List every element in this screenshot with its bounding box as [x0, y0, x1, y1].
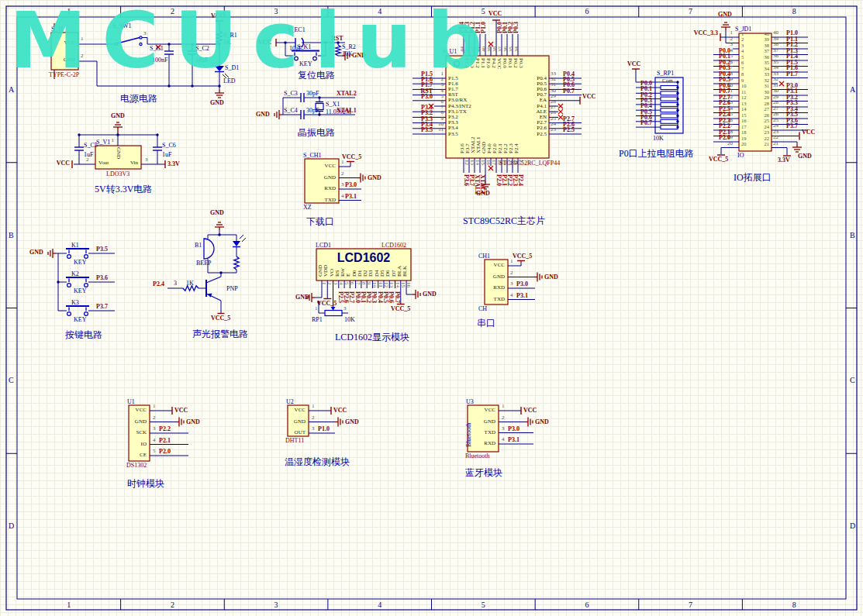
part-name: Bluetooth	[465, 453, 490, 459]
pin-number: 1	[112, 138, 115, 143]
net-label: P1.0	[481, 22, 487, 33]
designator: RP1	[312, 317, 323, 323]
vcc-port: VCC	[333, 408, 347, 414]
gnd-label: GND	[29, 249, 43, 256]
pin-number: 8	[361, 282, 366, 285]
net-label: P3.7	[96, 304, 108, 310]
pin-name: Vin	[130, 160, 138, 166]
caption-io: IO拓展口	[734, 171, 772, 184]
designator: S_EC1	[288, 27, 306, 33]
designator: CH1	[478, 253, 490, 260]
caption-clock: 时钟模块	[127, 477, 164, 490]
pin-number: 24	[773, 123, 778, 129]
value: KEY	[74, 288, 86, 294]
pin-name: VCC	[494, 263, 505, 268]
zone-label: 4	[378, 8, 381, 15]
zone-label: 7	[689, 8, 692, 15]
pin-name: OUT	[295, 430, 306, 435]
value: KEY	[74, 260, 86, 266]
gnd-label: GND	[798, 153, 812, 160]
pin-name: VCC	[325, 163, 336, 169]
pin-number: 36	[773, 53, 778, 59]
pin-number: 22	[773, 135, 778, 140]
pin-name: P0.3	[518, 58, 523, 68]
bluetooth-side-label: Bluetooth	[466, 422, 472, 447]
gnd-label: GND	[423, 291, 437, 298]
pin-number: 18	[496, 160, 502, 165]
pin-number: 17	[491, 160, 496, 165]
pin-number: 1	[321, 282, 326, 285]
pin-name: SCK	[136, 430, 147, 435]
designator: S_K1	[297, 44, 311, 50]
pin-number: 3	[502, 426, 505, 432]
net-label: P3.1	[516, 293, 528, 299]
designator: S_CH1	[303, 153, 322, 159]
designator: S_D1	[225, 65, 239, 71]
value: 10K	[342, 51, 353, 57]
designator: K2	[71, 271, 79, 277]
designator: S_C3	[284, 91, 298, 97]
net-label: XTAL2	[337, 91, 357, 97]
power-label: VCC_3.3	[694, 30, 718, 36]
pin-number: 3	[143, 31, 147, 36]
pin-number: 4	[338, 282, 343, 285]
pin-number: 3	[153, 426, 156, 432]
pin-number: 2	[86, 157, 89, 163]
zone-label: D	[850, 522, 855, 530]
pin-number: 3	[510, 281, 513, 287]
pin-number: 26	[773, 112, 778, 117]
pin-number: 3	[341, 182, 344, 188]
caption-dht: 温湿度检测模块	[285, 456, 350, 469]
part-name: DHT11	[285, 438, 304, 444]
pin-number: 21	[765, 142, 770, 147]
connector-name: IO	[737, 153, 744, 159]
power-label: 3.3V	[167, 161, 180, 167]
zone-label: 4	[378, 601, 381, 609]
zone-label: 8	[792, 8, 796, 15]
value: 30pF	[306, 108, 319, 114]
vcc-port: VCC	[258, 40, 271, 46]
caption-reset: 复位电路	[298, 69, 335, 82]
pin-number: 34	[773, 65, 778, 71]
zone-label: 5	[482, 8, 485, 15]
designator: S_U1	[443, 49, 457, 55]
net-label: P1.0	[318, 426, 330, 432]
pin-number: 12	[383, 282, 388, 287]
designator: U1	[127, 399, 135, 405]
designator: U3	[466, 399, 474, 405]
pin-number: 14	[741, 107, 747, 112]
pin-number: 2	[326, 282, 332, 285]
net-label: P0.7	[563, 88, 575, 95]
net-label: XTAL1	[337, 108, 357, 114]
pin-number: 10	[371, 282, 377, 287]
gnd-label: GND	[210, 100, 224, 106]
value: 1K	[186, 280, 194, 287]
pin-name: P1.3	[469, 58, 475, 68]
pin-number: 12	[741, 95, 747, 101]
pin-number: 1	[510, 259, 513, 264]
label-layer: 电源电路 5V转3.3V电路 复位电路 晶振电路 下载口 STC89C52RC主…	[0, 0, 863, 616]
power-label: VCC_5	[211, 315, 230, 322]
pin-name: GND	[324, 175, 336, 181]
vcc-port: VCC_5	[342, 154, 361, 160]
pin-number: 2	[510, 270, 513, 276]
zone-label: D	[9, 522, 14, 530]
zone-label: C	[9, 377, 14, 384]
part-name: LDO3V3	[106, 171, 129, 177]
vcc-port: VCC	[174, 408, 188, 414]
value: 10K	[344, 317, 355, 323]
pin-number: 40	[773, 30, 778, 36]
pin-name: VCC	[295, 408, 306, 413]
pin-number: 13	[469, 160, 475, 165]
pin-number: 7	[355, 282, 361, 285]
vcc-port: VCC	[802, 129, 815, 136]
pin-name: BLK	[402, 266, 408, 277]
power-label: VCC_5	[391, 306, 410, 312]
caption-keys: 按键电路	[65, 329, 102, 342]
pin-name: P2.4	[514, 143, 520, 153]
net-label: P3.0	[421, 94, 433, 100]
value: 10uF	[195, 57, 208, 64]
pin-number: 21	[513, 160, 518, 165]
pin-number: 10	[741, 84, 747, 89]
pin-number: 1	[341, 160, 344, 165]
